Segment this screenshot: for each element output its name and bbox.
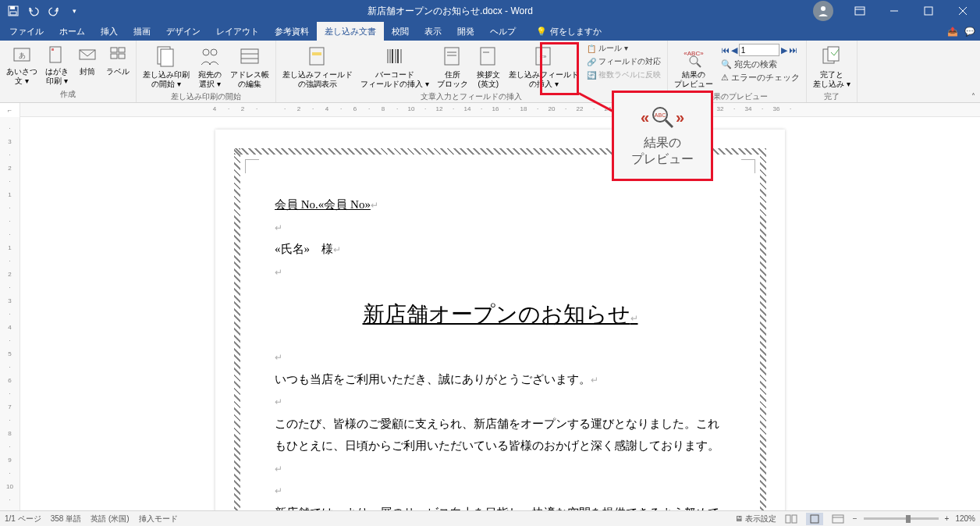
tell-me-search[interactable]: 💡 何をしますか	[528, 22, 609, 41]
svg-rect-20	[161, 49, 173, 66]
update-labels-label: 複数ラベルに反映	[598, 69, 661, 80]
update-labels-button: 🔄複数ラベルに反映	[584, 69, 664, 81]
tab-layout[interactable]: レイアウト	[208, 22, 267, 41]
zoom-in-button[interactable]: +	[945, 514, 950, 523]
check-errors-button[interactable]: ⚠エラーのチェック	[718, 71, 803, 84]
group-start: 差し込み印刷 の開始 ▾ 宛先の 選択 ▾ アドレス帳 の編集 差し込み印刷の開…	[137, 41, 276, 102]
last-record-button[interactable]: ⏭	[789, 45, 797, 55]
envelope-button[interactable]: 封筒	[73, 42, 101, 78]
address-label: 住所 ブロック	[437, 70, 468, 89]
finish-merge-button[interactable]: 完了と 差し込み ▾	[810, 42, 854, 91]
window-controls	[813, 0, 980, 22]
name-line: «氏名» 様	[275, 243, 333, 255]
redo-button[interactable]	[45, 2, 62, 20]
zoom-out-button[interactable]: −	[853, 514, 858, 523]
tab-developer[interactable]: 開発	[449, 22, 482, 41]
rules-label: ルール ▾	[598, 43, 628, 54]
svg-rect-37	[481, 48, 495, 65]
address-block-button[interactable]: 住所 ブロック	[434, 42, 471, 91]
label-button[interactable]: ラベル	[103, 42, 133, 78]
tab-insert[interactable]: 挿入	[93, 22, 126, 41]
find-recipient-button[interactable]: 🔍宛先の検索	[718, 58, 803, 71]
account-icon[interactable]	[813, 1, 833, 21]
preview-results-button[interactable]: «ABC»結果の プレビュー	[671, 42, 716, 91]
callout-icon: « ABC »	[641, 104, 684, 130]
first-record-button[interactable]: ⏮	[721, 45, 730, 55]
tab-view[interactable]: 表示	[417, 22, 449, 41]
record-number-input[interactable]	[739, 44, 779, 56]
minimize-button[interactable]	[877, 0, 911, 22]
tab-help[interactable]: ヘルプ	[482, 22, 524, 41]
ribbon-tabs: ファイル ホーム 挿入 描画 デザイン レイアウト 参考資料 差し込み文書 校閲…	[0, 22, 980, 41]
qat-customize[interactable]: ▾	[66, 2, 83, 20]
svg-rect-4	[855, 7, 865, 15]
tab-references[interactable]: 参考資料	[267, 22, 317, 41]
group-start-label: 差し込み印刷の開始	[140, 91, 272, 103]
tab-home[interactable]: ホーム	[51, 22, 93, 41]
insert-merge-field-button[interactable]: «»差し込みフィールド の挿入 ▾	[506, 42, 582, 91]
envelope-label: 封筒	[80, 67, 95, 76]
status-mode[interactable]: 挿入モード	[139, 514, 178, 524]
tab-review[interactable]: 校閲	[384, 22, 417, 41]
prev-record-button[interactable]: ◀	[731, 45, 737, 55]
svg-rect-17	[111, 54, 117, 59]
select-recipients-button[interactable]: 宛先の 選択 ▾	[194, 42, 225, 91]
tab-mailings[interactable]: 差し込み文書	[317, 22, 384, 41]
greetings-button[interactable]: ああいさつ 文 ▾	[3, 42, 41, 87]
tab-file[interactable]: ファイル	[2, 22, 51, 41]
ribbon-display-options[interactable]	[843, 0, 877, 22]
recipients-label: 宛先の 選択 ▾	[198, 70, 222, 89]
document-area[interactable]: 会員 No.«会員 No»↵ ↵ «氏名» 様↵ ↵ 新店舗オープンのお知らせ↵…	[20, 117, 980, 510]
greeting-line-button[interactable]: 挨拶文 (英文)	[473, 42, 504, 91]
svg-rect-16	[119, 48, 125, 52]
edit-list-label: アドレス帳 の編集	[230, 70, 269, 89]
status-page[interactable]: 1/1 ページ	[5, 514, 41, 524]
paragraph-2: このたび、皆様のご愛顧に支えられ、新店舗をオープンする運びとなりました。これもひ…	[275, 418, 719, 453]
horizontal-ruler[interactable]: 4·2··2·4·6·8·10·12·14·16·18·20·22·24·26·…	[20, 103, 980, 117]
rules-button[interactable]: 📋ルール ▾	[584, 42, 664, 55]
zoom-slider[interactable]	[864, 517, 939, 520]
greetings-label: あいさつ 文 ▾	[6, 67, 37, 86]
match-fields-button[interactable]: 🔗フィールドの対応	[584, 55, 664, 68]
group-finish-label: 完了	[810, 91, 854, 103]
insert-field-label: 差し込みフィールド の挿入 ▾	[509, 70, 579, 89]
highlight-label: 差し込みフィールド の強調表示	[282, 70, 353, 89]
svg-rect-15	[111, 48, 117, 52]
group-write-label: 文章入力とフィールドの挿入	[279, 91, 664, 103]
tab-draw[interactable]: 描画	[126, 22, 158, 41]
statusbar: 1/1 ページ 358 単語 英語 (米国) 挿入モード 🖥表示設定 − + 1…	[0, 510, 980, 526]
save-button[interactable]	[5, 2, 22, 20]
undo-button[interactable]	[25, 2, 42, 20]
barcode-button[interactable]: バーコード フィールドの挿入 ▾	[357, 42, 432, 91]
svg-text:あ: あ	[19, 52, 26, 59]
comments-icon[interactable]: 💬	[964, 27, 975, 37]
ruler-area: ⌐ 4·2··2·4·6·8·10·12·14·16·18·20·22·24·2…	[0, 103, 980, 117]
record-navigation: ⏮ ◀ ▶ ⏭	[718, 42, 803, 58]
vertical-ruler[interactable]: ·3·2·1···1·2·3·4·5·6·7·8·9·10·11·12·13	[0, 117, 20, 510]
svg-point-22	[211, 49, 217, 55]
read-mode-button[interactable]	[783, 513, 800, 525]
collapse-ribbon-button[interactable]: ˄	[971, 92, 975, 101]
print-layout-button[interactable]	[806, 513, 823, 525]
document-content[interactable]: 会員 No.«会員 No»↵ ↵ «氏名» 様↵ ↵ 新店舗オープンのお知らせ↵…	[254, 165, 746, 510]
svg-rect-45	[828, 47, 839, 61]
start-merge-button[interactable]: 差し込み印刷 の開始 ▾	[140, 42, 193, 91]
share-icon[interactable]: 📤	[947, 27, 958, 37]
web-layout-button[interactable]	[829, 513, 847, 525]
next-record-button[interactable]: ▶	[781, 45, 787, 55]
tab-design[interactable]: デザイン	[158, 22, 208, 41]
maximize-button[interactable]	[911, 0, 946, 22]
match-label: フィールドの対応	[598, 56, 661, 67]
display-settings-button[interactable]: 🖥表示設定	[735, 514, 776, 524]
zoom-level[interactable]: 120%	[955, 514, 975, 523]
status-words[interactable]: 358 単語	[51, 514, 81, 524]
status-language[interactable]: 英語 (米国)	[91, 514, 129, 524]
close-button[interactable]	[946, 0, 980, 22]
svg-rect-52	[833, 515, 843, 523]
postcard-button[interactable]: はがき 印刷 ▾	[42, 42, 72, 87]
svg-point-3	[821, 6, 826, 11]
preview-label: 結果の プレビュー	[674, 70, 713, 89]
edit-recipients-button[interactable]: アドレス帳 の編集	[227, 42, 272, 91]
svg-line-43	[697, 63, 701, 67]
highlight-fields-button[interactable]: 差し込みフィールド の強調表示	[279, 42, 356, 91]
